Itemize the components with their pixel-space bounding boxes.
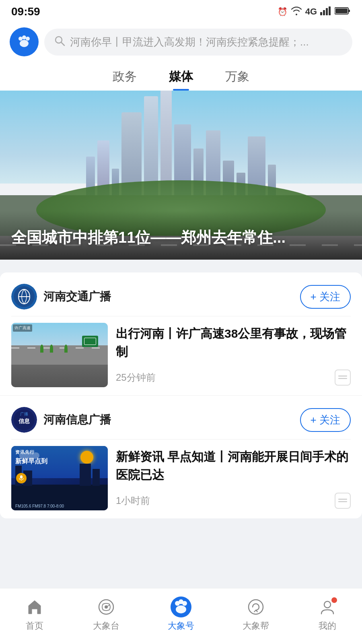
- nav-item-home[interactable]: 首页: [24, 597, 45, 632]
- svg-text:广播: 广播: [20, 412, 28, 416]
- svg-point-9: [22, 35, 26, 39]
- battery-icon: [335, 6, 351, 17]
- alarm-icon: ⏰: [278, 7, 288, 17]
- svg-point-35: [249, 600, 263, 614]
- search-icon: [54, 35, 65, 49]
- nav-label-home: 首页: [26, 620, 43, 632]
- more-icon-1[interactable]: [335, 369, 351, 386]
- more-icon-2[interactable]: [335, 493, 351, 509]
- news-feed-card: 河南交通广播 + 关注: [0, 272, 362, 518]
- news-item-1[interactable]: 许广高速 出行河南丨许广高速38公里有事故，现场管制 25分钟前: [11, 316, 351, 395]
- status-time: 09:59: [11, 5, 40, 18]
- source-left-1: 河南交通广播: [11, 284, 111, 310]
- source-name-2: 河南信息广播: [43, 412, 111, 427]
- bottom-nav: 首页 大象台 大象号: [0, 588, 362, 644]
- news-thumb-1: 许广高速: [11, 323, 108, 387]
- home-icon: [24, 597, 45, 617]
- svg-rect-24: [20, 475, 23, 479]
- wifi-icon: [291, 6, 302, 17]
- source-avatar-1: [11, 284, 37, 310]
- svg-line-13: [61, 42, 64, 45]
- nav-item-profile[interactable]: 我的: [317, 597, 338, 632]
- app-logo[interactable]: [10, 27, 39, 56]
- news-time-1: 25分钟前: [116, 371, 156, 384]
- svg-point-8: [19, 37, 23, 41]
- svg-rect-3: [329, 6, 331, 15]
- news-source-row-2: 信息 广播 河南信息广播 + 关注: [11, 396, 351, 439]
- nav-label-help: 大象帮: [243, 620, 269, 632]
- nav-label-profile: 我的: [319, 620, 336, 632]
- svg-rect-5: [348, 10, 350, 12]
- news-meta-1: 25分钟前: [116, 369, 351, 386]
- search-placeholder: 河南你早丨甲流进入高发期！河南疾控紧急提醒；...: [70, 35, 309, 49]
- svg-point-34: [176, 605, 186, 613]
- svg-point-33: [182, 601, 187, 606]
- nav-label-paw: 大象号: [168, 620, 194, 632]
- news-thumb-2: 资讯先行 新鲜早点到 FM105.6 FM97.8 7:00-8:00: [11, 446, 108, 510]
- news-content-2: 新鲜资讯 早点知道丨河南能开展日间手术的医院已达 1小时前: [116, 446, 351, 510]
- source-left-2: 信息 广播 河南信息广播: [11, 407, 111, 433]
- notification-badge: [331, 597, 338, 604]
- signal-bars-icon: [320, 6, 331, 17]
- news-content-1: 出行河南丨许广高速38公里有事故，现场管制 25分钟前: [116, 323, 351, 387]
- hero-caption-text: 全国城市中排第11位——郑州去年常住...: [11, 227, 351, 248]
- follow-button-2[interactable]: + 关注: [300, 408, 351, 432]
- svg-rect-26: [338, 499, 347, 500]
- source-avatar-2: 信息 广播: [11, 407, 37, 433]
- nav-item-tv[interactable]: 大象台: [93, 597, 119, 632]
- paw-icon: [171, 597, 191, 617]
- hero-caption: 全国城市中排第11位——郑州去年常住...: [0, 211, 362, 260]
- svg-point-11: [20, 40, 29, 47]
- signal-icon: 4G: [305, 6, 317, 17]
- profile-icon: [317, 597, 338, 617]
- news-title-1: 出行河南丨许广高速38公里有事故，现场管制: [116, 324, 351, 361]
- tab-bar: 政务 媒体 万象: [0, 62, 362, 91]
- help-icon: [245, 597, 266, 617]
- svg-rect-18: [338, 376, 347, 377]
- svg-rect-6: [335, 8, 348, 13]
- tab-zhengwu[interactable]: 政务: [113, 68, 137, 91]
- svg-point-36: [324, 601, 331, 608]
- svg-rect-1: [323, 10, 325, 15]
- tab-wanxiang[interactable]: 万象: [225, 68, 249, 91]
- status-icons: ⏰ 4G: [278, 6, 351, 17]
- svg-text:信息: 信息: [18, 418, 30, 424]
- follow-button-1[interactable]: + 关注: [300, 285, 351, 309]
- search-bar[interactable]: 河南你早丨甲流进入高发期！河南疾控紧急提醒；...: [44, 29, 352, 56]
- app-header: 河南你早丨甲流进入高发期！河南疾控紧急提醒；...: [0, 22, 362, 62]
- svg-point-10: [26, 37, 30, 41]
- source-name-1: 河南交通广播: [43, 289, 111, 304]
- nav-item-paw[interactable]: 大象号: [168, 597, 194, 632]
- tab-meiti[interactable]: 媒体: [169, 68, 193, 91]
- svg-rect-0: [320, 12, 322, 15]
- news-source-row-1: 河南交通广播 + 关注: [11, 272, 351, 316]
- hero-banner[interactable]: 全国城市中排第11位——郑州去年常住...: [0, 91, 362, 260]
- news-time-2: 1小时前: [116, 494, 150, 507]
- status-bar: 09:59 ⏰ 4G: [0, 0, 362, 22]
- tv-icon: [96, 597, 117, 617]
- nav-item-help[interactable]: 大象帮: [243, 597, 269, 632]
- nav-label-tv: 大象台: [93, 620, 119, 632]
- svg-rect-27: [338, 501, 347, 502]
- news-title-2: 新鲜资讯 早点知道丨河南能开展日间手术的医院已达: [116, 448, 351, 484]
- svg-rect-2: [326, 8, 328, 15]
- svg-rect-19: [338, 378, 347, 379]
- news-meta-2: 1小时前: [116, 493, 351, 509]
- news-item-2[interactable]: 资讯先行 新鲜早点到 FM105.6 FM97.8 7:00-8:00: [11, 439, 351, 518]
